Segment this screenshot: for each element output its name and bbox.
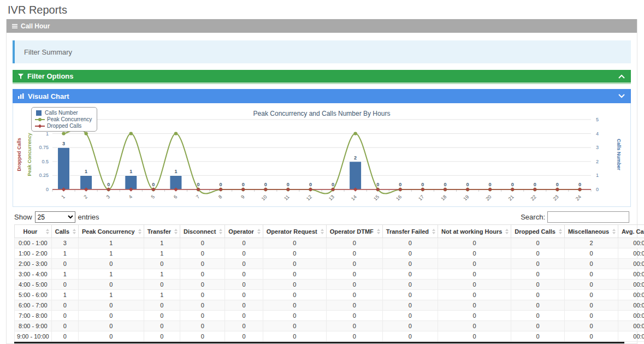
column-header-avg-call-time[interactable]: Avg. Call Time (618, 225, 644, 238)
table-cell: 0 (382, 300, 438, 311)
show-label: Show (14, 213, 32, 221)
sort-icon[interactable] (612, 229, 616, 234)
table-row: 5:00 - 6:001110000000000:00:1600:00:0000… (15, 290, 644, 300)
column-header-dropped-calls[interactable]: Dropped Calls (511, 225, 565, 238)
sort-icon[interactable] (432, 229, 435, 234)
table-cell: 0 (51, 259, 78, 269)
table-cell: 0 (51, 331, 78, 342)
sort-icon[interactable] (46, 229, 49, 234)
table-body: 0:00 - 1:003110000000200:00:4600:00:2700… (15, 238, 644, 342)
svg-text:0: 0 (309, 182, 312, 187)
svg-text:5: 5 (150, 194, 156, 200)
table-cell: 0 (438, 259, 511, 269)
filter-options-bar[interactable]: Filter Options (13, 70, 631, 84)
table-row: 8:00 - 9:000000000000000:00:0000:00:0000… (15, 321, 644, 331)
table-cell: 3 (51, 238, 78, 248)
table-row: 7:00 - 8:000000000000000:00:0000:00:0000… (15, 311, 644, 321)
table-cell: 0 (263, 248, 326, 259)
svg-text:0: 0 (107, 182, 110, 187)
legend-item-peak-concurrency[interactable]: Peak Concurrency (35, 116, 92, 122)
table-cell: 0 (511, 248, 565, 259)
table-cell: 1 (144, 269, 180, 280)
table-row: 0:00 - 1:003110000000200:00:4600:00:2700… (15, 238, 644, 248)
sort-icon[interactable] (505, 229, 509, 234)
chevron-up-icon[interactable] (618, 74, 625, 79)
table-cell: 1 (144, 248, 180, 259)
table-cell: 0 (382, 269, 438, 280)
sort-icon[interactable] (73, 229, 76, 234)
table-cell: 0 (144, 311, 180, 321)
svg-text:0: 0 (376, 182, 379, 187)
table-cell: 00:00:16 (618, 248, 644, 259)
sort-icon[interactable] (321, 229, 324, 234)
column-header-operator-dtmf[interactable]: Operator DTMF (326, 225, 382, 238)
search-input[interactable] (547, 211, 629, 223)
svg-text:5: 5 (596, 117, 599, 122)
svg-text:0.5: 0.5 (42, 159, 49, 164)
table-cell: 0 (326, 269, 382, 280)
table-cell: 0 (51, 280, 78, 290)
table-cell: 0 (225, 238, 263, 248)
legend-item-dropped-calls[interactable]: Dropped Calls (35, 123, 92, 129)
sort-icon[interactable] (219, 229, 222, 234)
table-cell: 0 (180, 238, 225, 248)
table-cell: 0 (438, 311, 511, 321)
svg-text:1: 1 (596, 173, 599, 178)
sort-icon[interactable] (138, 229, 141, 234)
column-header-operator-request[interactable]: Operator Request (263, 225, 326, 238)
sort-icon[interactable] (174, 229, 178, 234)
sort-icon[interactable] (257, 229, 261, 234)
svg-text:20: 20 (485, 194, 492, 201)
table-cell: 0 (511, 311, 565, 321)
column-header-peak-concurrency[interactable]: Peak Concurrency (79, 225, 144, 238)
table-cell: 00:00:16 (618, 269, 644, 280)
page-size-select[interactable]: 25 (35, 211, 75, 223)
column-header-not-at-working-hours[interactable]: Not at working Hours (438, 225, 511, 238)
svg-text:22: 22 (530, 194, 537, 201)
svg-text:19: 19 (462, 194, 470, 201)
column-header-disconnect[interactable]: Disconnect (180, 225, 225, 238)
column-header-operator[interactable]: Operator (225, 225, 263, 238)
svg-text:0: 0 (489, 182, 492, 187)
svg-text:0: 0 (220, 182, 222, 187)
table-cell: 0 (511, 290, 565, 300)
column-header-calls[interactable]: Calls (51, 225, 78, 238)
column-header-hour[interactable]: Hour (15, 225, 52, 238)
legend-marker-icon (35, 117, 45, 122)
sort-icon[interactable] (377, 229, 380, 234)
column-header-transfer-failed[interactable]: Transfer Failed (382, 225, 438, 238)
visual-chart-label: Visual Chart (28, 92, 69, 100)
svg-text:15: 15 (373, 194, 380, 201)
table-cell: 0 (326, 331, 382, 342)
table-cell: 1 (79, 290, 144, 300)
call-hour-header[interactable]: Call Hour (7, 19, 637, 33)
table-cell: 0 (564, 280, 618, 290)
table-cell: 0 (225, 290, 263, 300)
svg-text:1: 1 (85, 169, 87, 174)
table-cell: 0 (511, 238, 565, 248)
page-title: IVR Reports (0, 0, 644, 19)
visual-chart-bar[interactable]: Visual Chart (13, 89, 631, 103)
chevron-down-icon[interactable] (618, 94, 625, 98)
svg-text:0: 0 (399, 182, 401, 187)
table-cell: 0 (382, 280, 438, 290)
column-header-miscellaneous[interactable]: Miscellaneous (564, 225, 618, 238)
table-cell: 7:00 - 8:00 (15, 311, 52, 321)
legend-item-calls-number[interactable]: Calls Number (35, 110, 92, 116)
table-cell: 2:00 - 3:00 (15, 259, 52, 269)
table-cell: 0 (326, 259, 382, 269)
svg-text:12: 12 (305, 194, 313, 201)
sort-icon[interactable] (559, 229, 562, 234)
svg-text:14: 14 (350, 194, 358, 201)
table-cell: 0 (180, 248, 225, 259)
svg-text:2: 2 (354, 155, 357, 161)
table-cell: 0 (51, 321, 78, 331)
svg-text:Dropped Calls: Dropped Calls (16, 138, 22, 171)
table-cell: 0 (382, 311, 438, 321)
table-cell: 0 (564, 259, 618, 269)
svg-text:0.75: 0.75 (39, 145, 49, 150)
column-header-transfer[interactable]: Transfer (144, 225, 180, 238)
table-cell: 0 (263, 311, 326, 321)
table-row: 9:00 - 10:000000000000000:00:0000:00:000… (15, 331, 644, 342)
table-cell: 0 (326, 290, 382, 300)
